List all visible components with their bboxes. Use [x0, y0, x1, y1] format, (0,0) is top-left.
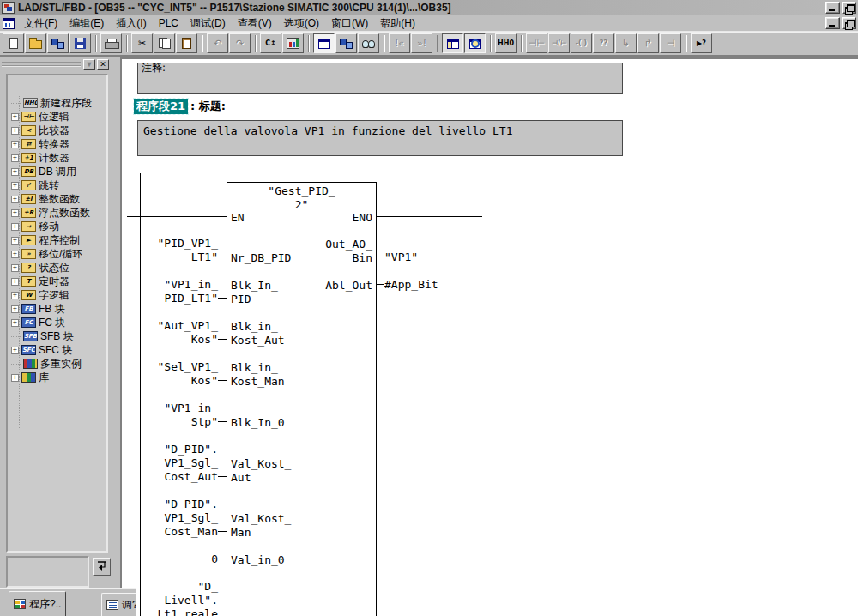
save-button[interactable]	[69, 33, 91, 53]
sidebar-item-db-call[interactable]: DBDB 调用	[8, 165, 106, 178]
expand-icon[interactable]	[11, 264, 19, 272]
expand-icon[interactable]	[11, 305, 19, 313]
param-val-kost-aut-1[interactable]: Val_Kost_	[231, 457, 291, 471]
param-val-kost-man-2[interactable]: Man	[231, 526, 251, 540]
operand-d-livell-1[interactable]: "D_	[137, 580, 218, 594]
paste-button[interactable]	[176, 33, 197, 53]
sidebar-item-shift-rotate[interactable]: »移位/循环	[8, 247, 106, 261]
param-blk-in-0[interactable]: Blk_In_0	[231, 416, 285, 430]
menu-plc[interactable]: PLC	[153, 15, 184, 31]
operand-aut-vp1-kos-1[interactable]: "Aut_VP1_	[137, 319, 218, 333]
overview-toggle-button[interactable]	[313, 33, 335, 53]
param-val-kost-aut-2[interactable]: Aut	[231, 471, 251, 485]
tab-program-elements[interactable]: 程序?..	[9, 591, 66, 616]
open-button[interactable]	[25, 33, 46, 53]
detail-view-button[interactable]	[464, 33, 486, 53]
sidebar-item-new-network[interactable]: HH0新建程序段	[8, 96, 106, 110]
sidebar-item-converter[interactable]: ⇄转换器	[8, 137, 106, 151]
sidebar-item-counter[interactable]: +1计数器	[8, 151, 106, 165]
sidebar-item-bit-logic[interactable]: ⊣⊢位逻辑	[8, 110, 106, 124]
copy-button[interactable]	[154, 33, 175, 53]
coil-button[interactable]: -( )	[571, 33, 592, 53]
operand-d-livell-3[interactable]: Lt1 reale	[137, 607, 218, 616]
sidebar-item-fc-blocks[interactable]: FCFC 块	[8, 316, 106, 329]
network-label[interactable]: 程序段21	[134, 99, 188, 114]
menu-view[interactable]: 查看(V)	[232, 15, 278, 33]
plc-connect-button[interactable]: C↕	[260, 33, 281, 53]
expand-icon[interactable]	[11, 251, 19, 258]
sidebar-item-sfb-blocks[interactable]: SFBSFB 块	[8, 329, 106, 343]
operand-d-livell-2[interactable]: Livell".	[137, 594, 218, 607]
param-val-kost-man-1[interactable]: Val_Kost_	[231, 512, 291, 526]
operand-vp1-in-stp-1[interactable]: "VP1_in_	[137, 402, 218, 415]
function-block[interactable]: "Gest_PID_ 2" EN ENO Nr_DB_PID Blk_In_ P…	[227, 182, 377, 616]
param-blk-in-kost-aut-2[interactable]: Kost_Aut	[231, 334, 285, 347]
close-branch-button[interactable]: ↱	[637, 33, 659, 53]
open-branch-button[interactable]: ↳	[615, 33, 637, 53]
operand-vp1-in-pid-lt1-1[interactable]: "VP1_in_	[137, 278, 218, 292]
operand-pid-vp1-lt1-2[interactable]: LT1"	[137, 251, 218, 264]
operand-app-bit[interactable]: #App_Bit	[384, 278, 438, 292]
operand-d-pid-cost-aut-3[interactable]: Cost_Aut	[137, 470, 218, 484]
menu-edit[interactable]: 编辑(E)	[63, 15, 110, 33]
dock-splitter[interactable]	[114, 57, 120, 588]
operand-pid-vp1-lt1-1[interactable]: "PID_VP1_	[137, 237, 218, 251]
ladder-editor[interactable]: 注释: 程序段21 : 标题: Gestione della valovola …	[120, 57, 858, 616]
cut-button[interactable]: ✂	[131, 33, 153, 53]
menu-file[interactable]: 文件(F)	[18, 15, 63, 33]
param-blk-in-kost-man-2[interactable]: Kost_Man	[231, 375, 285, 389]
sidebar-item-timer[interactable]: T定时器	[8, 275, 106, 288]
catalog-toggle-button[interactable]	[335, 33, 357, 53]
expand-icon[interactable]	[11, 182, 19, 190]
menu-options[interactable]: 选项(O)	[278, 15, 325, 33]
expand-icon[interactable]	[11, 154, 19, 162]
sidebar-item-status-bits[interactable]: ?状态位	[8, 261, 106, 275]
expand-icon[interactable]	[11, 127, 19, 135]
operand-vp1-in-stp-2[interactable]: Stp"	[137, 415, 218, 429]
operand-sel-vp1-kos-2[interactable]: Kos"	[137, 374, 218, 388]
minimize-button[interactable]	[825, 2, 840, 14]
menu-debug[interactable]: 调试(D)	[184, 15, 232, 33]
new-network-button[interactable]: HH0	[495, 33, 517, 53]
dock-gripper[interactable]	[2, 62, 81, 68]
child-restore-button[interactable]	[842, 17, 856, 29]
sidebar-item-sfc-blocks[interactable]: SFCSFC 块	[8, 343, 106, 357]
sidebar-item-move[interactable]: →移动	[8, 220, 106, 233]
param-nr-db-pid[interactable]: Nr_DB_PID	[231, 251, 291, 265]
param-blk-in-kost-aut-1[interactable]: Blk_in_	[231, 320, 278, 334]
insert-element-button[interactable]	[93, 558, 111, 576]
expand-icon[interactable]	[11, 223, 19, 231]
sidebar-item-jump[interactable]: ↱跳转	[8, 178, 106, 192]
expand-icon[interactable]	[11, 319, 19, 327]
download-blocks-button[interactable]	[47, 33, 69, 53]
catalog-close-button[interactable]: ✕	[97, 59, 109, 70]
expand-icon[interactable]	[11, 347, 19, 354]
param-blk-in-pid-1[interactable]: Blk_In_	[231, 279, 278, 293]
undo-button[interactable]: ↶	[207, 33, 228, 53]
param-blk-in-kost-man-1[interactable]: Blk_in_	[231, 361, 278, 375]
expand-icon[interactable]	[11, 113, 19, 121]
sidebar-item-multi-instance[interactable]: 多重实例	[8, 357, 106, 371]
sidebar-item-float-fn[interactable]: ±R浮点数函数	[8, 206, 106, 220]
expand-icon[interactable]	[11, 374, 19, 382]
expand-icon[interactable]	[11, 278, 19, 286]
sidebar-item-library[interactable]: 库	[8, 371, 106, 384]
param-out-ao-bin-2[interactable]: Bin	[353, 251, 372, 265]
restore-button[interactable]	[842, 2, 856, 14]
operand-d-pid-cost-man-3[interactable]: Cost_Man	[137, 525, 218, 539]
contact-no-button[interactable]: ⊣⊢	[526, 33, 547, 53]
operand-d-pid-cost-man-2[interactable]: VP1_Sgl_	[137, 511, 218, 525]
menu-insert[interactable]: 插入(I)	[110, 15, 152, 33]
sidebar-item-comparator[interactable]: <比较器	[8, 124, 106, 137]
help-button[interactable]: ▶?	[691, 33, 712, 53]
child-window-icon[interactable]	[3, 18, 15, 29]
catalog-dropdown-button[interactable]: ▼	[83, 59, 95, 70]
child-minimize-button[interactable]	[825, 17, 840, 29]
sidebar-item-fb-blocks[interactable]: FBFB 块	[8, 302, 106, 316]
menu-window[interactable]: 窗口(W)	[325, 15, 374, 33]
operand-d-pid-cost-aut-1[interactable]: "D_PID".	[137, 443, 218, 456]
contact-nc-button[interactable]: ⊣/⊢	[548, 33, 570, 53]
new-button[interactable]	[3, 33, 24, 53]
menu-help[interactable]: 帮助(H)	[374, 15, 421, 33]
expand-icon[interactable]	[11, 209, 19, 217]
